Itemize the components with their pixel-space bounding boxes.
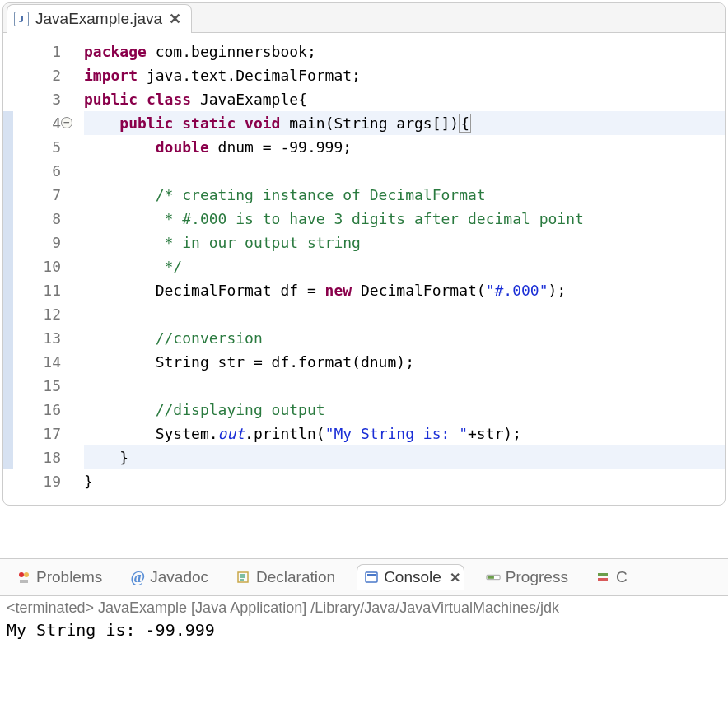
code-line[interactable]: */ [84,254,725,278]
svg-rect-5 [367,574,376,576]
tab-declaration[interactable]: Declaration [230,565,342,590]
console-output: My String is: -99.999 [0,618,728,641]
line-number: 13 [13,326,61,350]
tab-console[interactable]: Console ✕ [357,564,464,590]
code-line[interactable]: double dnum = -99.999; [84,135,725,159]
line-number: 6 [13,159,61,183]
svg-rect-8 [598,573,608,576]
console-pane: Problems @ Javadoc Declaration Console ✕… [0,558,728,641]
tab-progress[interactable]: Progress [479,565,575,590]
coverage-icon [596,570,611,585]
line-number: 8 [13,207,61,231]
view-tab-bar: Problems @ Javadoc Declaration Console ✕… [0,559,728,596]
code-line[interactable]: * in our output string [84,231,725,254]
svg-rect-7 [488,576,494,579]
line-number: 18 [13,445,61,469]
line-number: 12 [13,302,61,326]
line-number: 5 [13,135,61,159]
progress-icon [486,570,501,585]
code-line[interactable]: String str = df.format(dnum); [84,350,725,374]
code-line[interactable]: import java.text.DecimalFormat; [84,63,725,87]
code-line[interactable]: //displaying output [84,398,725,422]
code-line[interactable]: public static void main(String args[]){ [84,111,725,135]
line-number: 17 [13,422,61,445]
code-line[interactable]: /* creating instance of DecimalFormat [84,183,725,207]
code-line[interactable] [84,374,725,398]
close-icon[interactable]: ✕ [169,10,181,28]
line-number: 16 [13,398,61,422]
svg-rect-2 [20,580,28,583]
tab-filename: JavaExample.java [35,10,162,28]
line-number: 4− [13,111,61,135]
line-number: 7 [13,183,61,207]
code-line[interactable] [84,302,725,326]
code-line[interactable]: //conversion [84,326,725,350]
close-icon[interactable]: ✕ [450,570,460,585]
code-line[interactable]: } [84,469,725,493]
problems-icon [16,570,31,585]
editor-tab[interactable]: J JavaExample.java ✕ [7,4,192,33]
svg-point-1 [24,572,29,577]
line-number: 9 [13,231,61,254]
line-number: 19 [13,469,61,493]
line-number: 14 [13,350,61,374]
editor-pane: J JavaExample.java ✕ 1 2 3 4− 5 6 7 8 9 … [2,2,726,506]
line-number: 15 [13,374,61,398]
code-line[interactable]: package com.beginnersbook; [84,40,725,63]
editor-tab-bar: J JavaExample.java ✕ [3,3,725,33]
line-number: 3 [13,87,61,111]
code-line[interactable]: System.out.println("My String is: "+str)… [84,422,725,445]
console-status: <terminated> JavaExample [Java Applicati… [0,596,728,618]
code-line[interactable]: public class JavaExample{ [84,87,725,111]
line-number: 2 [13,63,61,87]
line-number-gutter: 1 2 3 4− 5 6 7 8 9 10 11 12 13 14 15 16 … [13,40,68,493]
code-line[interactable]: } [84,445,725,469]
tab-coverage[interactable]: C [590,565,634,590]
fold-toggle-icon[interactable]: − [61,117,72,128]
code-line[interactable] [84,159,725,183]
marker-strip [3,40,13,493]
code-line[interactable]: * #.000 is to have 3 digits after decima… [84,207,725,231]
console-icon [364,570,379,585]
svg-point-0 [19,572,24,577]
code-line[interactable]: DecimalFormat df = new DecimalFormat("#.… [84,278,725,302]
code-body[interactable]: package com.beginnersbook; import java.t… [68,40,725,493]
svg-rect-4 [366,572,377,582]
tab-problems[interactable]: Problems [10,565,109,590]
code-area[interactable]: 1 2 3 4− 5 6 7 8 9 10 11 12 13 14 15 16 … [3,33,725,505]
declaration-icon [236,570,251,585]
java-file-icon: J [14,12,29,26]
javadoc-icon: @ [130,570,145,585]
tab-javadoc[interactable]: @ Javadoc [124,565,215,590]
line-number: 11 [13,278,61,302]
svg-rect-9 [598,578,608,581]
line-number: 1 [13,40,61,63]
line-number: 10 [13,254,61,278]
